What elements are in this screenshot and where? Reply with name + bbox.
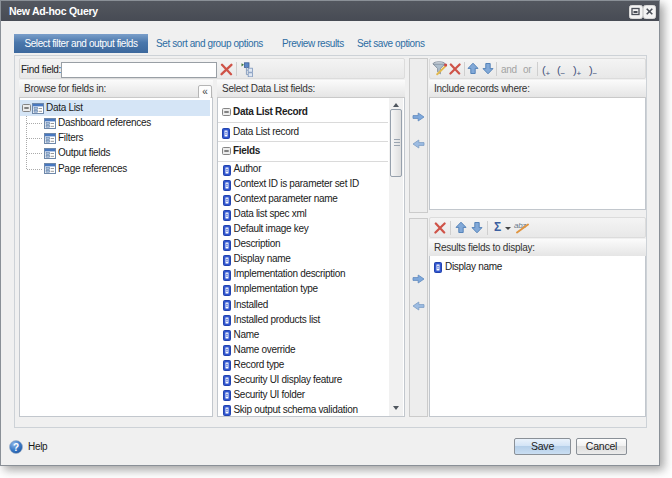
- svg-text:?: ?: [13, 442, 19, 453]
- svg-text:abz: abz: [514, 221, 526, 230]
